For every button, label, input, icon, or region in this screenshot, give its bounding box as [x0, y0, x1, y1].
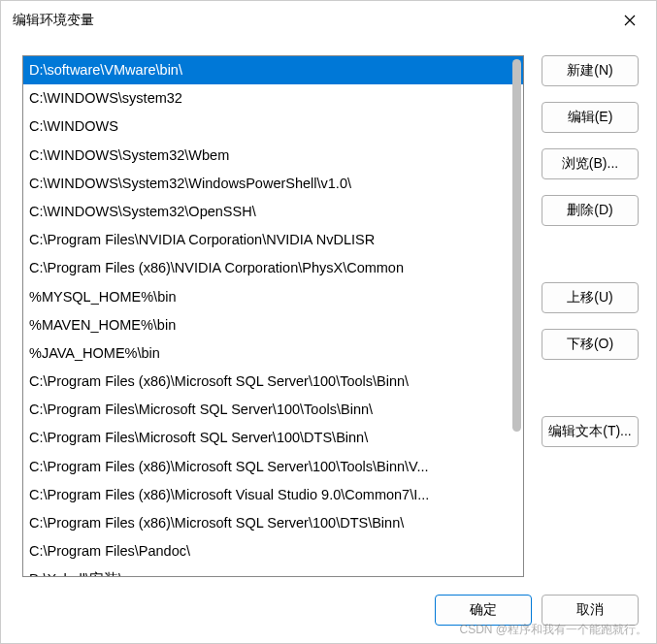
env-var-dialog: 编辑环境变量 D:\software\VMware\bin\C:\WINDOWS… — [0, 0, 657, 644]
list-item[interactable]: C:\WINDOWS\System32\OpenSSH\ — [23, 198, 523, 226]
dialog-footer: 确定 取消 — [1, 585, 656, 643]
scrollbar[interactable] — [509, 57, 523, 575]
list-item[interactable]: C:\WINDOWS\System32\Wbem — [23, 142, 523, 170]
path-list[interactable]: D:\software\VMware\bin\C:\WINDOWS\system… — [22, 55, 524, 577]
new-button[interactable]: 新建(N) — [542, 55, 639, 86]
list-item[interactable]: C:\Program Files (x86)\Microsoft SQL Ser… — [23, 453, 523, 481]
browse-button[interactable]: 浏览(B)... — [542, 148, 639, 179]
list-item[interactable]: C:\Program Files\Microsoft SQL Server\10… — [23, 396, 523, 424]
list-item[interactable]: C:\Program Files (x86)\Microsoft SQL Ser… — [23, 368, 523, 396]
list-item[interactable]: C:\WINDOWS\System32\WindowsPowerShell\v1… — [23, 170, 523, 198]
cancel-button[interactable]: 取消 — [542, 595, 639, 626]
scrollbar-thumb[interactable] — [512, 59, 521, 432]
list-item[interactable]: C:\WINDOWS\system32 — [23, 84, 523, 113]
list-item[interactable]: %JAVA_HOME%\bin — [23, 339, 523, 368]
list-item[interactable]: D:\Xshell\安装\ — [23, 565, 523, 576]
list-item[interactable]: %MYSQL_HOME%\bin — [23, 283, 523, 311]
dialog-content: D:\software\VMware\bin\C:\WINDOWS\system… — [1, 36, 656, 585]
edit-button[interactable]: 编辑(E) — [542, 102, 639, 133]
list-item[interactable]: C:\Program Files (x86)\Microsoft SQL Ser… — [23, 509, 523, 537]
list-item[interactable]: C:\Program Files\NVIDIA Corporation\NVID… — [23, 226, 523, 254]
list-item[interactable]: C:\Program Files\Microsoft SQL Server\10… — [23, 424, 523, 452]
edit-text-button[interactable]: 编辑文本(T)... — [542, 416, 639, 447]
close-icon — [624, 15, 636, 26]
move-down-button[interactable]: 下移(O) — [542, 329, 639, 360]
dialog-title: 编辑环境变量 — [13, 12, 94, 29]
list-item[interactable]: C:\WINDOWS — [23, 113, 523, 141]
close-button[interactable] — [615, 6, 644, 35]
list-item[interactable]: C:\Program Files\Pandoc\ — [23, 537, 523, 565]
delete-button[interactable]: 删除(D) — [542, 195, 639, 226]
list-item[interactable]: C:\Program Files (x86)\NVIDIA Corporatio… — [23, 254, 523, 282]
list-item[interactable]: C:\Program Files (x86)\Microsoft Visual … — [23, 481, 523, 509]
list-item[interactable]: D:\software\VMware\bin\ — [23, 56, 523, 84]
titlebar: 编辑环境变量 — [1, 1, 656, 36]
move-up-button[interactable]: 上移(U) — [542, 282, 639, 313]
side-button-panel: 新建(N) 编辑(E) 浏览(B)... 删除(D) 上移(U) 下移(O) 编… — [542, 55, 639, 577]
ok-button[interactable]: 确定 — [435, 595, 532, 626]
list-item[interactable]: %MAVEN_HOME%\bin — [23, 311, 523, 339]
